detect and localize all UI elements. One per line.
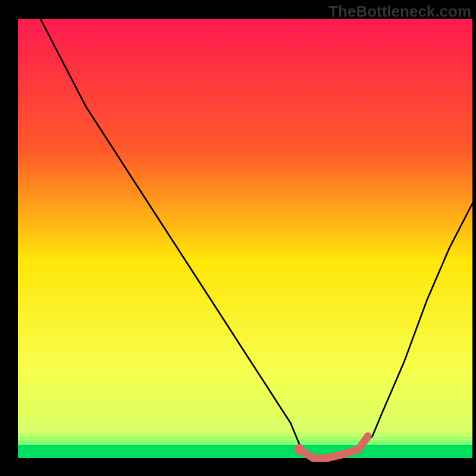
svg-rect-6 <box>18 443 472 444</box>
watermark-text: TheBottleneck.com <box>328 2 471 21</box>
svg-rect-0 <box>18 19 472 458</box>
svg-rect-1 <box>18 422 472 423</box>
bottleneck-chart <box>0 0 476 476</box>
svg-rect-7 <box>18 445 472 458</box>
chart-frame: TheBottleneck.com <box>0 0 476 476</box>
svg-rect-5 <box>18 439 472 440</box>
svg-rect-2 <box>18 427 472 427</box>
svg-rect-3 <box>18 431 472 431</box>
optimal-range-start-dot <box>295 444 305 455</box>
svg-rect-4 <box>18 435 472 436</box>
